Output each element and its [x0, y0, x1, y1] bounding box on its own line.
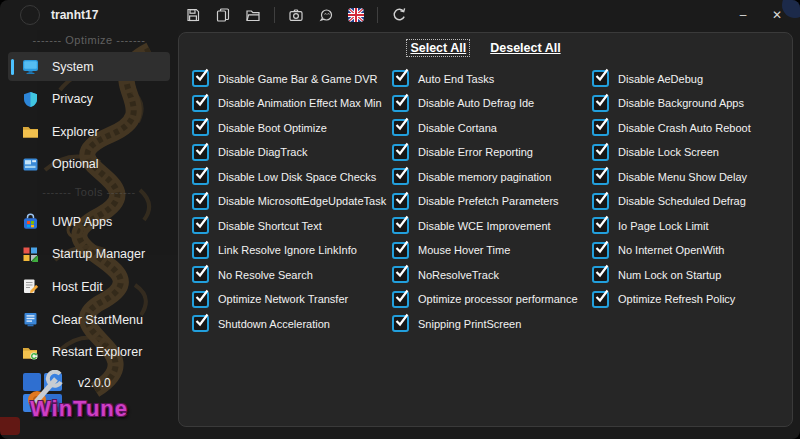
checkbox-checked[interactable] [192, 217, 209, 234]
refresh-button[interactable] [386, 3, 412, 27]
checkbox-checked[interactable] [392, 95, 409, 112]
avatar[interactable] [20, 5, 40, 25]
tweak-checkbox-row[interactable]: Disable Crash Auto Reboot [592, 120, 792, 135]
checkbox-checked[interactable] [192, 70, 209, 87]
tweak-checkbox-row[interactable]: Disable Shortcut Text [192, 218, 392, 233]
tweak-checkbox-row[interactable]: Disable Prefetch Parameters [392, 194, 592, 209]
theme-button[interactable] [313, 3, 339, 27]
tweak-checkbox-row[interactable]: Auto End Tasks [392, 71, 592, 86]
tweak-checkbox-row[interactable]: NoResolveTrack [392, 267, 592, 282]
sidebar-item-explorer[interactable]: Explorer [8, 117, 170, 147]
sidebar-item-restart-explorer[interactable]: Restart Explorer [8, 337, 170, 367]
tweak-checkbox-row[interactable]: Optimize Network Transfer [192, 292, 392, 307]
sidebar-item-label: Privacy [52, 92, 93, 106]
tweak-checkbox-row[interactable]: Disable WCE Improvement [392, 218, 592, 233]
checkbox-checked[interactable] [392, 70, 409, 87]
tweak-checkbox-row[interactable]: Link Resolve Ignore LinkInfo [192, 243, 392, 258]
checkbox-checked[interactable] [592, 242, 609, 259]
system-monitor-icon [22, 58, 39, 75]
sidebar-item-uwp-apps[interactable]: UWP Apps [8, 207, 170, 237]
minimize-button[interactable]: – [726, 2, 760, 28]
tweak-checkbox-row[interactable]: Disable MicrosoftEdgeUpdateTask [192, 194, 392, 209]
copy-button[interactable] [210, 3, 236, 27]
tweak-checkbox-row[interactable]: Io Page Lock Limit [592, 218, 792, 233]
checkbox-checked[interactable] [392, 144, 409, 161]
checkbox-checked[interactable] [392, 217, 409, 234]
checkbox-checked[interactable] [392, 168, 409, 185]
tweak-checkbox-row[interactable]: No Internet OpenWith [592, 243, 792, 258]
checkbox-checked[interactable] [392, 119, 409, 136]
toolbar-separator [377, 7, 378, 23]
tweak-checkbox-row[interactable]: Disable memory pagination [392, 169, 592, 184]
tweak-checkbox-row[interactable]: Num Lock on Startup [592, 267, 792, 282]
tweak-checkbox-row[interactable]: Mouse Hover Time [392, 243, 592, 258]
tweak-checkbox-row[interactable]: Disable AeDebug [592, 71, 792, 86]
checkbox-checked[interactable] [192, 193, 209, 210]
checkbox-checked[interactable] [192, 119, 209, 136]
tweak-checkbox-row[interactable]: Disable Lock Screen [592, 145, 792, 160]
checkbox-checked[interactable] [392, 242, 409, 259]
checkbox-checked[interactable] [592, 168, 609, 185]
checkbox-checked[interactable] [192, 242, 209, 259]
sidebar-item-host-edit[interactable]: Host Edit [8, 272, 170, 302]
checkbox-checked[interactable] [192, 95, 209, 112]
checkbox-checked[interactable] [592, 144, 609, 161]
checkbox-checked[interactable] [192, 291, 209, 308]
tweak-checkbox-row[interactable]: Disable Boot Optimize [192, 120, 392, 135]
tweak-checkbox-row[interactable]: Disable Animation Effect Max Min [192, 96, 392, 111]
tweak-checkbox-row[interactable]: Disable Background Apps [592, 96, 792, 111]
checkbox-checked[interactable] [592, 70, 609, 87]
sidebar-item-optional[interactable]: Optional [8, 150, 170, 180]
tweak-checkbox-row[interactable]: Disable Cortana [392, 120, 592, 135]
tweak-label: Disable WCE Improvement [418, 220, 551, 232]
checkbox-checked[interactable] [192, 144, 209, 161]
save-icon [185, 7, 201, 23]
folder-icon [245, 7, 261, 23]
checkbox-checked[interactable] [192, 315, 209, 332]
sidebar-item-system[interactable]: System [8, 52, 170, 82]
deselect-all-button[interactable]: Deselect All [487, 40, 563, 56]
sidebar-item-privacy[interactable]: Privacy [8, 84, 170, 114]
sidebar-item-label: Clear StartMenu [52, 313, 143, 327]
sidebar-item-clear-startmenu[interactable]: Clear StartMenu [8, 305, 170, 335]
checkbox-checked[interactable] [592, 193, 609, 210]
checkbox-checked[interactable] [392, 291, 409, 308]
save-button[interactable] [180, 3, 206, 27]
app-window: tranht17 [0, 0, 800, 439]
tweak-checkbox-row[interactable]: Disable Menu Show Delay [592, 169, 792, 184]
checkbox-checked[interactable] [192, 266, 209, 283]
checkbox-checked[interactable] [592, 119, 609, 136]
sidebar-item-startup-manager[interactable]: Startup Manager [8, 240, 170, 270]
checkbox-checked[interactable] [592, 291, 609, 308]
tweak-checkbox-row[interactable]: Disable Game Bar & Game DVR [192, 71, 392, 86]
tweak-checkbox-row[interactable]: Snipping PrintScreen [392, 316, 592, 331]
checkbox-checked[interactable] [392, 193, 409, 210]
tweak-checkbox-row[interactable]: Shutdown Acceleration [192, 316, 392, 331]
checkbox-checked[interactable] [592, 217, 609, 234]
tweak-checkbox-row[interactable]: Disable Low Disk Space Checks [192, 169, 392, 184]
tweak-checkbox-row[interactable]: Disable Auto Defrag Ide [392, 96, 592, 111]
tweak-checkbox-row[interactable]: Disable Scheduled Defrag [592, 194, 792, 209]
tweak-label: Disable Error Reporting [418, 146, 533, 158]
selection-pill [11, 279, 14, 295]
tweak-checkbox-row[interactable]: Disable DiagTrack [192, 145, 392, 160]
tweak-checkbox-row[interactable]: Disable Error Reporting [392, 145, 592, 160]
screenshot-button[interactable] [283, 3, 309, 27]
select-all-button[interactable]: Select All [407, 40, 469, 56]
tweak-label: Shutdown Acceleration [218, 318, 330, 330]
tweak-label: Link Resolve Ignore LinkInfo [218, 244, 357, 256]
close-button[interactable]: ✕ [760, 2, 794, 28]
tweak-label: Disable MicrosoftEdgeUpdateTask [218, 195, 386, 207]
tweak-checkbox-row[interactable]: Optimize Refresh Policy [592, 292, 792, 307]
tweak-checkbox-row[interactable]: Optimize processor performance [392, 292, 592, 307]
checkbox-checked[interactable] [592, 266, 609, 283]
tweak-checkbox-row[interactable]: No Resolve Search [192, 267, 392, 282]
checkbox-checked[interactable] [392, 266, 409, 283]
checkbox-checked[interactable] [192, 168, 209, 185]
language-button[interactable] [343, 3, 369, 27]
checkbox-checked[interactable] [392, 315, 409, 332]
user-profile[interactable]: tranht17 [20, 5, 98, 25]
checkbox-checked[interactable] [592, 95, 609, 112]
tweak-label: Optimize Refresh Policy [618, 293, 735, 305]
open-folder-button[interactable] [240, 3, 266, 27]
